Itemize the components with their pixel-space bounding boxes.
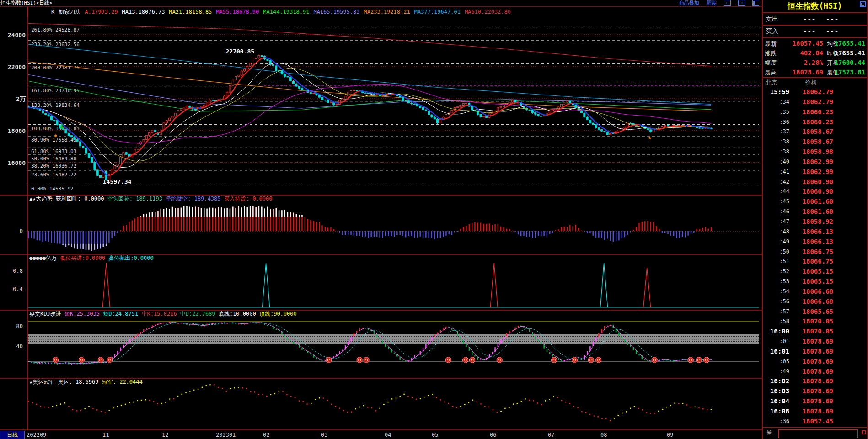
period-link[interactable]: 周期 [707,0,717,6]
trading-terminal-window: 恒生指数(HSI)<日线> 商品叠加 周期 ← → K胡家刀法A:17993.2… [0,0,868,439]
x-axis-label: 04 [385,432,391,438]
symbol-name: 恒生指数(HSI) [788,1,842,11]
time-sales-list[interactable]: 15:5918062.79:3418062.79:3518060.23:3618… [763,87,867,427]
split-window-icon[interactable] [752,0,759,6]
tick-time: 15:59 [763,87,789,97]
tick-tab-outline [778,429,858,438]
prev-window-icon[interactable]: ← [724,0,731,6]
corner-icon[interactable] [862,430,866,434]
ma-readout: MA165:19595.83 [313,9,359,15]
tick-price: 18078.69 [791,407,833,417]
tick-time: :54 [763,287,789,297]
svg-text:200.00% 22181.75: 200.00% 22181.75 [31,65,80,71]
quote-l1: 幅度 [765,58,777,68]
overlay-symbol-link[interactable]: 商品叠加 [679,0,699,6]
tick-row: 16:0318078.69 [763,386,867,397]
smiley-marker [469,357,475,363]
tick-row: :3818058.67 [763,137,867,147]
quote-l1: 最高 [765,68,777,77]
tick-time: :01 [763,337,789,347]
tick-price: 18058.67 [791,137,833,147]
main-chart-svg[interactable]: 261.80% 24528.87238.20% 23632.56200.00% … [0,17,762,430]
tick-time: :49 [763,367,789,377]
tick-price: 18060.90 [791,177,833,187]
smiley-marker [588,357,594,363]
svg-text:22700.85: 22700.85 [226,48,255,55]
tab-ticks[interactable]: 笔 [766,429,772,437]
tick-time: :41 [763,167,789,177]
tick-price: 18062.99 [791,157,833,167]
tick-time: :37 [763,127,789,137]
smiley-marker [79,357,84,363]
tick-price: 18065.65 [791,307,833,317]
tick-price: 18070.05 [791,317,833,327]
tick-row: 16:0418078.69 [763,397,867,407]
sell-price-dash: --- [803,13,816,25]
tick-price: 18065.15 [791,277,833,287]
svg-text:2万: 2万 [16,95,26,102]
tick-row: :3518060.23 [763,107,867,117]
svg-text:24000: 24000 [8,32,26,38]
tick-time: :53 [763,277,789,287]
tick-price: 18066.68 [791,297,833,307]
ma-readout: MA13:18076.73 [122,9,165,15]
maximize-icon[interactable] [860,1,866,7]
smiley-marker [53,357,59,363]
tick-time: 16:02 [763,376,789,386]
ma-readout: MA377:19647.01 [414,9,461,15]
sell-volume-dash: --- [826,13,839,25]
svg-text:0.4: 0.4 [13,286,23,292]
tick-time: :47 [763,217,789,227]
quote-v1: 402.04 [787,48,823,58]
buy-label: 买入 [766,26,778,37]
sell-label: 卖出 [766,13,778,25]
indicator-k: K [51,9,54,15]
tick-price: 18066.13 [791,227,833,237]
period-tab-daily[interactable]: 日线 [0,431,25,439]
quote-v2: 17573.81 [835,68,865,77]
tick-time: :35 [763,107,789,117]
tick-time: 16:08 [763,407,789,417]
tick-row: :3418062.79 [763,97,867,107]
x-axis-label: 202209 [27,432,46,438]
indicator-name: 胡家刀法 [59,8,80,16]
quote-v2: 17600.44 [835,58,865,68]
quote-l1: 最新 [765,39,777,48]
buy-row: 买入 --- --- [763,26,867,37]
quote-panel: 恒生指数(HSI) 卖出 --- --- 买入 --- --- 最新18057.… [762,0,868,439]
tick-price: 18058.98 [791,147,833,157]
svg-text:23.60% 15482.22: 23.60% 15482.22 [31,172,76,178]
tick-price: 18060.23 [791,107,833,117]
ma-readout: MA21:18158.85 [169,9,212,15]
x-axis-label: 202301 [216,432,236,438]
smiley-marker [688,357,693,363]
x-axis-label: 11 [102,432,109,438]
smiley-marker [652,357,657,363]
svg-text:0.00% 14585.92: 0.00% 14585.92 [31,186,74,192]
smiley-marker [107,357,112,363]
quote-v2: 17655.41 [835,39,865,48]
smiley-marker [364,357,369,363]
svg-text:100.00% 18383.83: 100.00% 18383.83 [31,126,80,132]
next-window-icon[interactable]: → [738,0,745,6]
tick-row: :4818066.13 [763,227,867,237]
x-axis-bar: 日线 20220911122023010203040506070809 [0,430,762,439]
tick-row: :0518078.69 [763,357,867,367]
x-axis-label: 08 [600,432,607,438]
ma-readout: MA610:22032.80 [465,9,511,15]
ma-readout: MA144:19318.91 [263,9,309,15]
tick-price: 18058.67 [791,127,833,137]
tick-time: :40 [763,157,789,167]
tick-time: :58 [763,317,789,327]
tick-row: 16:0818078.69 [763,407,867,417]
svg-text:261.80% 24528.87: 261.80% 24528.87 [31,27,80,33]
smiley-marker [462,357,468,363]
quote-panel-bottom-bar: 笔 [763,427,867,438]
smiley-marker [551,357,557,363]
tick-price: 18065.15 [791,267,833,277]
quote-v1: 18057.45 [787,39,823,48]
tick-time: :51 [763,257,789,267]
tick-row: :5318065.15 [763,277,867,287]
tick-row: :5718065.65 [763,307,867,317]
smiley-marker [595,357,601,363]
